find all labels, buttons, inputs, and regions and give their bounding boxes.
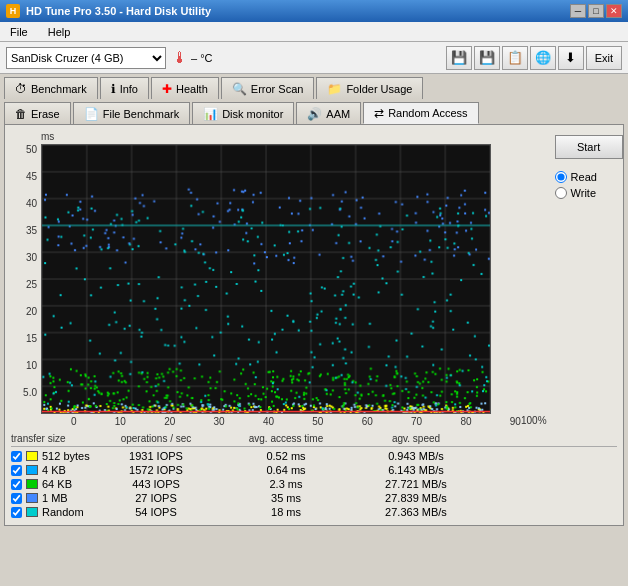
header-size: transfer size	[11, 433, 91, 444]
exit-button[interactable]: Exit	[586, 46, 622, 70]
color-indicator	[26, 479, 38, 489]
x-axis: 0 10 20 30 40 50 60 70 80 90	[41, 416, 521, 427]
row-label: 64 KB	[42, 478, 72, 490]
file-benchmark-icon: 📄	[84, 107, 99, 121]
window-title: HD Tune Pro 3.50 - Hard Disk Utility	[26, 5, 211, 17]
save2-btn[interactable]: 💾	[474, 46, 500, 70]
menu-help[interactable]: Help	[44, 25, 75, 39]
info-icon: ℹ	[111, 82, 116, 96]
title-bar: H HD Tune Pro 3.50 - Hard Disk Utility ─…	[0, 0, 628, 22]
tab-erase[interactable]: 🗑 Erase	[4, 102, 71, 124]
table-row: Random 54 IOPS 18 ms 27.363 MB/s	[11, 505, 617, 519]
row-label: 512 bytes	[42, 450, 90, 462]
row-speed: 0.943 MB/s	[351, 450, 481, 462]
chart-container: ms 50 45 40 35 30 25 20 15 10 5.0	[11, 131, 617, 427]
aam-icon: 🔊	[307, 107, 322, 121]
toolbar: SanDisk Cruzer (4 GB) 🌡 – °C 💾 💾 📋 🌐 ⬇ E…	[0, 42, 628, 74]
row-ops: 1931 IOPS	[91, 450, 221, 462]
tab-file-benchmark[interactable]: 📄 File Benchmark	[73, 102, 190, 124]
toolbar-icon-group: 💾 💾 📋 🌐 ⬇ Exit	[446, 46, 622, 70]
table-row: 1 MB 27 IOPS 35 ms 27.839 MB/s	[11, 491, 617, 505]
table-row: 512 bytes 1931 IOPS 0.52 ms 0.943 MB/s	[11, 449, 617, 463]
row-label: 1 MB	[42, 492, 68, 504]
tab-random-access[interactable]: ⇄ Random Access	[363, 102, 478, 124]
row-checkbox[interactable]	[11, 479, 22, 490]
error-scan-icon: 🔍	[232, 82, 247, 96]
close-button[interactable]: ✕	[606, 4, 622, 18]
erase-icon: 🗑	[15, 107, 27, 121]
header-speed: agv. speed	[351, 433, 481, 444]
tab-health[interactable]: ✚ Health	[151, 77, 219, 99]
row-checkbox[interactable]	[11, 451, 22, 462]
read-radio[interactable]	[555, 171, 567, 183]
stats-section: transfer size operations / sec avg. acce…	[11, 433, 617, 519]
y-axis: 50 45 40 35 30 25 20 15 10 5.0	[11, 144, 41, 414]
row-label: 4 KB	[42, 464, 66, 476]
row-speed: 27.363 MB/s	[351, 506, 481, 518]
menu-bar: File Help	[0, 22, 628, 42]
save-btn[interactable]: 💾	[446, 46, 472, 70]
row-speed: 27.721 MB/s	[351, 478, 481, 490]
header-access: avg. access time	[221, 433, 351, 444]
disk-monitor-icon: 📊	[203, 107, 218, 121]
chart-area	[41, 144, 491, 414]
row-checkbox[interactable]	[11, 507, 22, 518]
read-label: Read	[571, 171, 597, 183]
stats-label-col: Random	[11, 506, 91, 518]
row-speed: 6.143 MB/s	[351, 464, 481, 476]
row-checkbox[interactable]	[11, 465, 22, 476]
row-speed: 27.839 MB/s	[351, 492, 481, 504]
tabs-row2: 🗑 Erase 📄 File Benchmark 📊 Disk monitor …	[0, 99, 628, 124]
app-icon: H	[6, 4, 20, 18]
row-access: 2.3 ms	[221, 478, 351, 490]
row-label: Random	[42, 506, 84, 518]
temp-value: – °C	[191, 52, 213, 64]
chart-canvas	[42, 145, 490, 413]
stats-header: transfer size operations / sec avg. acce…	[11, 433, 617, 447]
row-checkbox[interactable]	[11, 493, 22, 504]
download-btn[interactable]: ⬇	[558, 46, 584, 70]
row-ops: 54 IOPS	[91, 506, 221, 518]
start-button[interactable]: Start	[555, 135, 623, 159]
tab-disk-monitor[interactable]: 📊 Disk monitor	[192, 102, 294, 124]
row-access: 0.52 ms	[221, 450, 351, 462]
main-content: ms 50 45 40 35 30 25 20 15 10 5.0	[4, 124, 624, 526]
color-indicator	[26, 507, 38, 517]
radio-read[interactable]: Read	[555, 171, 623, 183]
tab-benchmark[interactable]: ⏱ Benchmark	[4, 77, 98, 99]
random-access-icon: ⇄	[374, 106, 384, 120]
radio-group: Read Write	[555, 171, 623, 199]
y-axis-label: ms	[11, 131, 547, 142]
row-ops: 27 IOPS	[91, 492, 221, 504]
row-access: 35 ms	[221, 492, 351, 504]
copy-btn[interactable]: 📋	[502, 46, 528, 70]
color-indicator	[26, 493, 38, 503]
stats-label-col: 64 KB	[11, 478, 91, 490]
stats-label-col: 4 KB	[11, 464, 91, 476]
row-access: 0.64 ms	[221, 464, 351, 476]
internet-btn[interactable]: 🌐	[530, 46, 556, 70]
benchmark-icon: ⏱	[15, 82, 27, 96]
chart-left: ms 50 45 40 35 30 25 20 15 10 5.0	[11, 131, 547, 427]
temp-display: 🌡 – °C	[172, 49, 213, 67]
tab-info[interactable]: ℹ Info	[100, 77, 149, 99]
chart-wrapper: 50 45 40 35 30 25 20 15 10 5.0	[11, 144, 547, 414]
radio-write[interactable]: Write	[555, 187, 623, 199]
table-row: 4 KB 1572 IOPS 0.64 ms 6.143 MB/s	[11, 463, 617, 477]
menu-file[interactable]: File	[6, 25, 32, 39]
header-ops: operations / sec	[91, 433, 221, 444]
color-indicator	[26, 465, 38, 475]
stats-rows: 512 bytes 1931 IOPS 0.52 ms 0.943 MB/s 4…	[11, 449, 617, 519]
row-ops: 443 IOPS	[91, 478, 221, 490]
minimize-button[interactable]: ─	[570, 4, 586, 18]
tab-error-scan[interactable]: 🔍 Error Scan	[221, 77, 315, 99]
tab-aam[interactable]: 🔊 AAM	[296, 102, 361, 124]
maximize-button[interactable]: □	[588, 4, 604, 18]
drive-select[interactable]: SanDisk Cruzer (4 GB)	[6, 47, 166, 69]
window-controls: ─ □ ✕	[570, 4, 622, 18]
tab-folder-usage[interactable]: 📁 Folder Usage	[316, 77, 423, 99]
write-radio[interactable]	[555, 187, 567, 199]
x-axis-max: 100%	[521, 415, 547, 426]
chart-right: Start Read Write	[555, 131, 623, 427]
stats-label-col: 1 MB	[11, 492, 91, 504]
